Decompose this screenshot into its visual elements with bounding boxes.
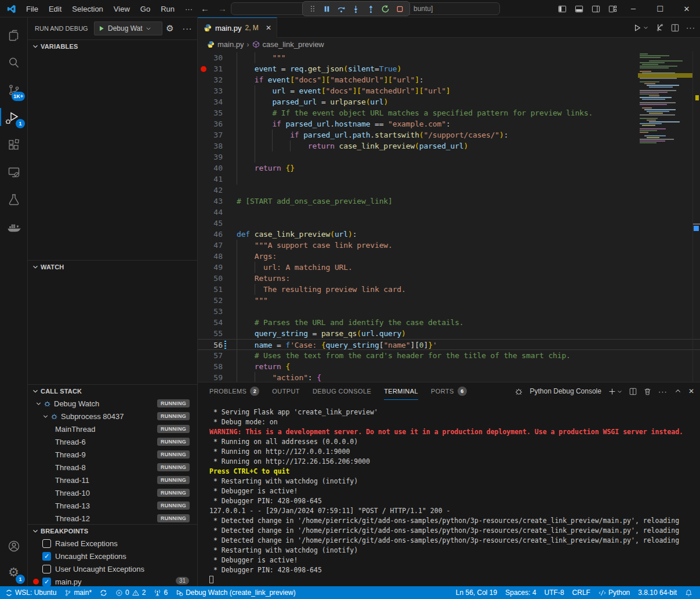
step-over-icon[interactable] [335, 2, 348, 15]
activity-settings-icon[interactable]: ⚙1 [0, 559, 27, 586]
close-panel-icon[interactable]: ✕ [688, 387, 694, 395]
toggle-sidebar-icon[interactable] [558, 5, 567, 13]
breadcrumb-separator: › [247, 41, 249, 49]
menu-file[interactable]: File [21, 5, 43, 13]
callstack-row[interactable]: Thread-13RUNNING [28, 499, 197, 512]
breakpoint-row[interactable]: ✓Uncaught Exceptions [28, 550, 197, 562]
encoding[interactable]: UTF-8 [541, 586, 568, 599]
run-or-debug-icon[interactable] [655, 23, 664, 32]
step-out-icon[interactable] [364, 2, 378, 15]
terminal-line [209, 575, 700, 585]
eol[interactable]: CRLF [568, 586, 594, 599]
menu-go[interactable]: Go [135, 5, 155, 13]
callstack-row[interactable]: Thread-6RUNNING [28, 435, 197, 448]
menu-selection[interactable]: Selection [67, 5, 108, 13]
activity-explorer-icon[interactable] [0, 21, 27, 49]
step-into-icon[interactable] [349, 2, 362, 15]
breakpoint-glyph[interactable] [201, 66, 206, 72]
panel-tab-problems[interactable]: PROBLEMS2 [209, 383, 259, 400]
minimize-button[interactable]: ─ [620, 0, 647, 17]
menu-edit[interactable]: Edit [43, 5, 67, 13]
close-button[interactable]: ✕ [673, 0, 700, 17]
pause-icon[interactable] [320, 2, 333, 15]
breakpoint-checkbox[interactable] [42, 539, 51, 548]
callstack-row[interactable]: MainThreadRUNNING [28, 423, 197, 435]
split-terminal-icon[interactable] [629, 388, 637, 395]
drag-grip-icon[interactable] [306, 2, 319, 15]
stop-icon[interactable] [393, 2, 407, 15]
callstack-row[interactable]: Debug WatchRUNNING [28, 397, 197, 410]
breakpoint-row[interactable]: User Uncaught Exceptions [28, 562, 197, 575]
callstack-row[interactable]: Subprocess 80437RUNNING [28, 410, 197, 423]
callstack-row[interactable]: Thread-12RUNNING [28, 512, 197, 525]
activity-remote-explorer-icon[interactable] [0, 158, 27, 186]
split-editor-icon[interactable] [671, 24, 679, 32]
notifications-bell[interactable] [681, 586, 697, 599]
breakpoint-row[interactable]: Raised Exceptions [28, 537, 197, 550]
python-interpreter[interactable]: 3.8.10 64-bit [634, 586, 681, 599]
tab-main-py[interactable]: main.py 2, M ✕ [198, 17, 277, 38]
callstack-row[interactable]: Thread-11RUNNING [28, 474, 197, 486]
menu-run[interactable]: Run [155, 5, 180, 13]
breakpoints-header[interactable]: BREAKPOINTS [28, 524, 197, 537]
debug-status[interactable]: Debug Watch (create_link_preview) [172, 586, 300, 599]
panel-tab-output[interactable]: OUTPUT [272, 383, 300, 400]
activity-accounts-icon[interactable] [0, 532, 27, 560]
forwarded-ports[interactable]: 6 [150, 586, 172, 599]
breakpoint-checkbox[interactable] [42, 565, 51, 573]
variables-title: VARIABLES [41, 43, 78, 50]
terminal-output[interactable]: * Serving Flask app 'create_link_preview… [198, 400, 700, 587]
callstack-row[interactable]: Thread-9RUNNING [28, 448, 197, 461]
remote-indicator[interactable]: WSL: Ubuntu [1, 586, 60, 599]
variables-header[interactable]: VARIABLES [28, 39, 197, 52]
panel-tab-ports[interactable]: PORTS6 [431, 383, 467, 400]
launch-config-dropdown[interactable]: Debug Wat [94, 21, 162, 35]
activity-search-icon[interactable] [0, 49, 27, 76]
maximize-panel-icon[interactable] [674, 388, 681, 395]
tab-close-icon[interactable]: ✕ [266, 24, 271, 32]
minimap[interactable] [638, 51, 692, 382]
breakpoint-checkbox[interactable]: ✓ [42, 552, 51, 561]
menu-view[interactable]: View [108, 5, 135, 13]
callstack-label: Debug Watch [54, 399, 99, 408]
sync-button[interactable] [96, 586, 111, 599]
toggle-secondary-sidebar-icon[interactable] [592, 5, 600, 13]
back-arrow-icon[interactable]: ← [201, 3, 209, 13]
bottom-panel: PROBLEMS2OUTPUTDEBUG CONSOLETERMINALPORT… [198, 382, 700, 586]
activity-source-control-icon[interactable]: 1K+ [0, 76, 27, 103]
panel-tab-terminal[interactable]: TERMINAL [384, 383, 418, 400]
panel-tab-debug-console[interactable]: DEBUG CONSOLE [313, 383, 371, 400]
callstack-row[interactable]: Thread-8RUNNING [28, 461, 197, 474]
activity-docker-icon[interactable] [0, 214, 27, 241]
language-mode[interactable]: Python [594, 586, 634, 599]
run-python-file-icon[interactable] [633, 24, 648, 32]
toggle-panel-icon[interactable] [575, 5, 583, 13]
breadcrumb-symbol[interactable]: case_link_preview [263, 40, 324, 49]
activity-testing-icon[interactable] [0, 186, 27, 213]
maximize-button[interactable]: ☐ [647, 0, 673, 17]
cursor-position[interactable]: Ln 56, Col 19 [452, 586, 501, 599]
debug-settings-gear-icon[interactable]: ⚙ [162, 21, 177, 36]
git-branch[interactable]: main* [60, 586, 96, 599]
activity-extensions-icon[interactable] [0, 131, 27, 158]
activity-run-and-debug-icon[interactable]: 1 [0, 103, 27, 131]
problems-status[interactable]: 0 2 [111, 586, 150, 599]
customize-layout-icon[interactable] [608, 5, 617, 13]
editor-more-actions-icon[interactable]: ··· [686, 23, 695, 32]
menu-more[interactable]: ··· [180, 5, 198, 13]
callstack-row[interactable]: Thread-10RUNNING [28, 486, 197, 499]
callstack-header[interactable]: CALL STACK [28, 384, 197, 397]
breakpoint-checkbox[interactable]: ✓ [42, 578, 51, 586]
watch-header[interactable]: WATCH [28, 260, 197, 273]
panel-more-actions-icon[interactable]: ··· [658, 387, 668, 396]
new-terminal-icon[interactable] [608, 388, 622, 395]
line-number: 41 [198, 174, 223, 185]
restart-icon[interactable] [379, 2, 392, 15]
terminal-line: Press CTRL+C to quit [209, 467, 700, 477]
code-editor[interactable]: 30 """31 event = req.get_json(silent=Tru… [198, 51, 700, 382]
sidebar-more-actions-icon[interactable]: ··· [180, 21, 195, 36]
forward-arrow-icon[interactable]: → [218, 3, 227, 13]
kill-terminal-icon[interactable] [644, 388, 651, 395]
indentation[interactable]: Spaces: 4 [501, 586, 540, 599]
breadcrumb-file[interactable]: main.py [217, 40, 244, 49]
